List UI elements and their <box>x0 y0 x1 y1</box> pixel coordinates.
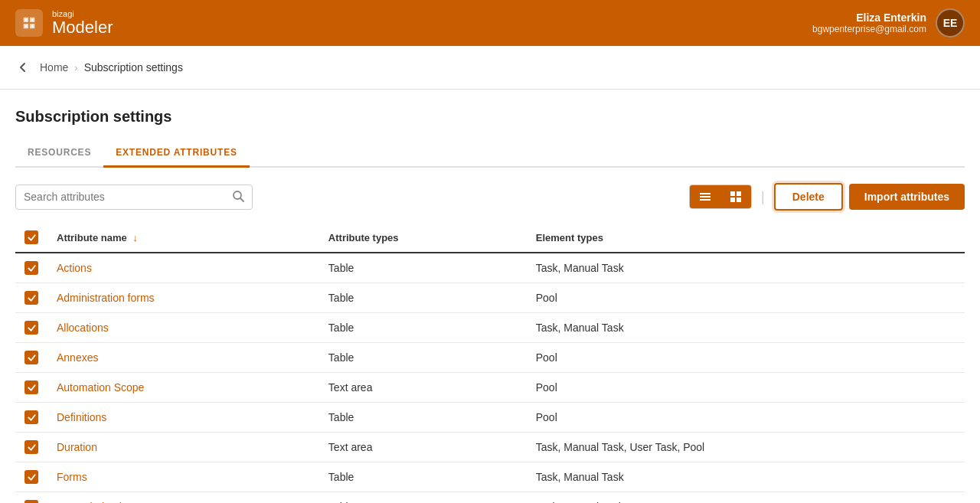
attr-name-cell: Actions <box>47 253 319 283</box>
elem-type-cell: Pool <box>527 373 965 403</box>
breadcrumb-current: Subscription settings <box>84 61 183 73</box>
import-button[interactable]: Import attributes <box>849 184 965 210</box>
app-header: bizagi Modeler Eliza Enterkin bgwpenterp… <box>0 0 980 46</box>
attr-name[interactable]: Annexes <box>57 351 98 364</box>
row-checkbox[interactable] <box>24 321 38 335</box>
row-checkbox[interactable] <box>24 351 38 364</box>
row-checkbox-cell <box>15 283 47 313</box>
attr-name[interactable]: Forms <box>57 471 87 483</box>
attributes-table: Attribute name ↓ Attribute types Element… <box>15 223 965 503</box>
table-body: Actions Table Task, Manual Task Administ… <box>15 253 965 503</box>
table-row: Administration forms Table Pool <box>15 283 965 313</box>
breadcrumb-separator: › <box>74 62 77 73</box>
search-input[interactable] <box>24 191 227 203</box>
column-element-types: Element types <box>527 223 965 253</box>
list-view-button[interactable] <box>690 185 720 208</box>
elem-type: Pool <box>536 411 557 423</box>
table-row: Duration Text area Task, Manual Task, Us… <box>15 433 965 462</box>
attr-type-cell: Text area <box>319 373 527 403</box>
svg-rect-10 <box>737 191 741 196</box>
breadcrumb-home[interactable]: Home <box>40 61 68 73</box>
attr-type-cell: Table <box>319 403 527 433</box>
grid-view-button[interactable] <box>720 185 751 208</box>
row-checkbox-cell <box>15 343 47 373</box>
svg-rect-1 <box>31 19 34 21</box>
table-row: Forms behaviors Table Task, Manual Task <box>15 492 965 504</box>
column-attribute-types: Attribute types <box>319 223 527 253</box>
attr-name[interactable]: Definitions <box>57 411 106 423</box>
row-checkbox[interactable] <box>24 261 38 275</box>
attr-type: Text area <box>328 441 373 453</box>
table-row: Annexes Table Pool <box>15 343 965 373</box>
attr-name-cell: Automation Scope <box>47 373 319 403</box>
table-header: Attribute name ↓ Attribute types Element… <box>15 223 965 253</box>
attr-name-cell: Forms behaviors <box>47 492 319 504</box>
svg-rect-2 <box>25 25 28 28</box>
attr-name-cell: Allocations <box>47 313 319 343</box>
row-checkbox-cell <box>15 492 47 504</box>
attr-name-cell: Duration <box>47 433 319 462</box>
table-row: Automation Scope Text area Pool <box>15 373 965 403</box>
attr-name-cell: Forms <box>47 462 319 492</box>
elem-type-cell: Task, Manual Task <box>527 492 965 504</box>
elem-type: Task, Manual Task <box>536 262 624 274</box>
elem-type: Pool <box>536 292 557 304</box>
attr-type-cell: Table <box>319 313 527 343</box>
header-brand: bizagi Modeler <box>15 9 113 37</box>
header-checkbox-cell <box>15 223 47 253</box>
brand-text: bizagi Modeler <box>52 9 113 37</box>
toolbar-right: | Delete Import attributes <box>689 183 965 211</box>
elem-type-cell: Task, Manual Task <box>527 253 965 283</box>
elem-type-cell: Task, Manual Task <box>527 462 965 492</box>
attr-type: Table <box>328 351 354 364</box>
column-attribute-name[interactable]: Attribute name ↓ <box>47 223 319 253</box>
attr-type: Table <box>328 292 354 304</box>
row-checkbox-cell <box>15 462 47 492</box>
tab-extended-attributes[interactable]: EXTENDED ATTRIBUTES <box>103 139 250 168</box>
elem-type: Task, Manual Task <box>536 322 624 334</box>
elem-type: Pool <box>536 351 557 364</box>
row-checkbox[interactable] <box>24 381 38 394</box>
attr-name[interactable]: Duration <box>57 441 97 453</box>
row-checkbox[interactable] <box>24 440 38 454</box>
elem-type-cell: Pool <box>527 343 965 373</box>
attr-name[interactable]: Allocations <box>57 322 109 334</box>
attr-type-cell: Table <box>319 462 527 492</box>
row-checkbox[interactable] <box>24 500 38 503</box>
attr-name-cell: Definitions <box>47 403 319 433</box>
main-content: Subscription settings RESOURCES EXTENDED… <box>0 90 980 503</box>
elem-type-cell: Pool <box>527 403 965 433</box>
view-toggle <box>689 185 752 209</box>
row-checkbox-cell <box>15 433 47 462</box>
header-user-section: Eliza Enterkin bgwpenterprise@gmail.com … <box>812 8 965 38</box>
row-checkbox[interactable] <box>24 410 38 424</box>
elem-type: Pool <box>536 381 557 394</box>
svg-rect-3 <box>31 25 34 28</box>
search-icon[interactable] <box>232 190 244 204</box>
table-row: Allocations Table Task, Manual Task <box>15 313 965 343</box>
attr-name[interactable]: Automation Scope <box>57 381 144 394</box>
attr-name-cell: Annexes <box>47 343 319 373</box>
toolbar-separator: | <box>761 189 765 205</box>
user-name: Eliza Enterkin <box>812 11 926 24</box>
row-checkbox[interactable] <box>24 470 38 484</box>
attr-type-cell: Text area <box>319 433 527 462</box>
attr-name-cell: Administration forms <box>47 283 319 313</box>
row-checkbox-cell <box>15 313 47 343</box>
table-row: Forms Table Task, Manual Task <box>15 462 965 492</box>
search-box[interactable] <box>15 185 253 210</box>
select-all-checkbox[interactable] <box>24 230 38 244</box>
tab-resources[interactable]: RESOURCES <box>15 139 103 168</box>
avatar[interactable]: EE <box>936 8 965 38</box>
user-email: bgwpenterprise@gmail.com <box>812 24 926 34</box>
attr-name[interactable]: Actions <box>57 262 92 274</box>
svg-rect-9 <box>730 191 735 196</box>
row-checkbox[interactable] <box>24 291 38 305</box>
back-button[interactable] <box>12 57 34 78</box>
attr-name[interactable]: Administration forms <box>57 292 155 304</box>
attr-type: Table <box>328 262 354 274</box>
attr-type: Table <box>328 322 354 334</box>
row-checkbox-cell <box>15 253 47 283</box>
attr-type-cell: Table <box>319 492 527 504</box>
delete-button[interactable]: Delete <box>774 183 843 211</box>
